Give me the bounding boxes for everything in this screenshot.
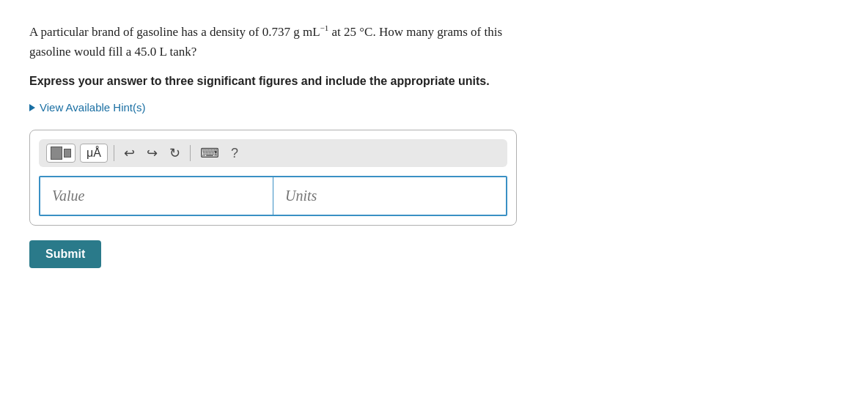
input-row [39, 176, 507, 216]
undo-button[interactable]: ↩ [120, 144, 139, 163]
help-button[interactable]: ? [227, 144, 242, 163]
question-line2: gasoline would fill a 45.0 L tank? [29, 45, 196, 59]
undo-icon: ↩ [124, 145, 135, 161]
keyboard-button[interactable]: ⌨ [196, 144, 223, 163]
keyboard-icon: ⌨ [200, 145, 219, 161]
answer-container: μÅ ↩ ↪ ↻ ⌨ ? [29, 130, 517, 226]
help-icon: ? [231, 146, 238, 161]
mu-button[interactable]: μÅ [80, 144, 108, 163]
bold-instruction: Express your answer to three significant… [29, 75, 839, 88]
question-superscript: −1 [320, 23, 329, 32]
toolbar-divider-1 [114, 145, 114, 161]
hint-arrow-icon [29, 104, 35, 111]
question-line1-suffix: at 25 °C. How many grams of this [328, 25, 502, 39]
redo-button[interactable]: ↪ [143, 144, 161, 163]
redo-icon: ↪ [147, 145, 158, 161]
submit-button[interactable]: Submit [29, 240, 101, 268]
toolbar: μÅ ↩ ↪ ↻ ⌨ ? [39, 139, 507, 167]
question-line1: A particular brand of gasoline has a den… [29, 25, 320, 39]
reset-icon: ↻ [169, 145, 180, 161]
units-input[interactable] [273, 177, 506, 215]
value-input[interactable] [40, 177, 273, 215]
hint-link-label: View Available Hint(s) [40, 101, 146, 114]
template-button[interactable] [46, 144, 76, 163]
hint-link[interactable]: View Available Hint(s) [29, 101, 839, 114]
question-text: A particular brand of gasoline has a den… [29, 22, 689, 62]
template-icon-small-square [64, 149, 71, 158]
template-icon-big-square [51, 147, 62, 160]
toolbar-divider-2 [190, 145, 191, 161]
reset-button[interactable]: ↻ [166, 144, 184, 163]
